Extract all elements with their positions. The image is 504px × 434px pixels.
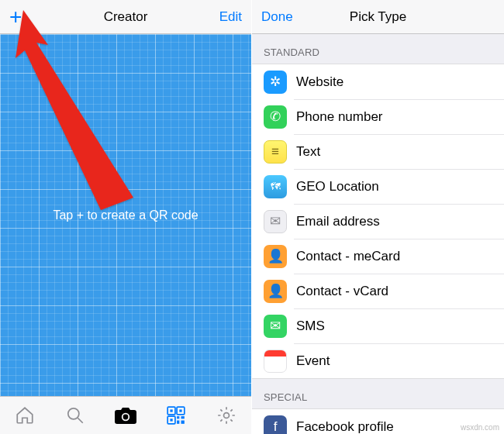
type-list[interactable]: STANDARD✲Website✆Phone number≡Text🗺GEO L… bbox=[252, 34, 504, 434]
section-header: STANDARD bbox=[252, 34, 504, 64]
section-header: SPECIAL bbox=[252, 379, 504, 408]
home-icon bbox=[15, 405, 35, 425]
type-row-event[interactable]: Event bbox=[252, 343, 504, 378]
right-navbar: Done Pick Type bbox=[252, 0, 504, 34]
type-row-mecard[interactable]: 👤Contact - meCard bbox=[252, 239, 504, 274]
svg-line-1 bbox=[78, 418, 83, 423]
type-row-label: Facebook profile bbox=[296, 419, 394, 435]
email-icon: ✉ bbox=[264, 210, 287, 233]
type-row-facebook[interactable]: fFacebook profile bbox=[252, 409, 504, 434]
tabbar bbox=[0, 396, 251, 434]
facebook-icon: f bbox=[264, 415, 287, 435]
type-row-vcard[interactable]: 👤Contact - vCard bbox=[252, 274, 504, 308]
gear-icon bbox=[216, 405, 236, 425]
svg-rect-10 bbox=[170, 418, 172, 421]
tab-home[interactable] bbox=[0, 397, 50, 434]
type-row-label: Phone number bbox=[296, 109, 383, 125]
type-row-label: GEO Location bbox=[296, 179, 379, 195]
type-row-text[interactable]: ≡Text bbox=[252, 134, 504, 169]
svg-point-0 bbox=[68, 408, 79, 419]
type-row-label: Event bbox=[296, 353, 330, 369]
qr-icon bbox=[166, 405, 186, 425]
type-row-label: Email address bbox=[296, 214, 380, 229]
edit-button[interactable]: Edit bbox=[219, 9, 242, 25]
empty-hint: Tap + to create a QR code bbox=[53, 208, 198, 222]
text-icon: ≡ bbox=[264, 140, 287, 164]
svg-rect-12 bbox=[181, 416, 184, 418]
website-icon: ✲ bbox=[264, 71, 287, 94]
tab-creator[interactable] bbox=[150, 397, 201, 434]
type-row-label: SMS bbox=[296, 319, 325, 334]
svg-rect-6 bbox=[170, 409, 172, 412]
tab-scan[interactable] bbox=[101, 397, 151, 434]
svg-rect-8 bbox=[179, 409, 181, 412]
svg-rect-13 bbox=[177, 421, 179, 424]
svg-point-4 bbox=[123, 415, 129, 420]
type-row-sms[interactable]: ✉SMS bbox=[252, 308, 504, 343]
type-row-label: Website bbox=[296, 74, 343, 90]
tab-settings[interactable] bbox=[201, 397, 251, 434]
vcard-icon: 👤 bbox=[264, 280, 287, 303]
creator-empty-canvas: Tap + to create a QR code bbox=[0, 34, 251, 396]
type-row-label: Contact - vCard bbox=[296, 284, 388, 299]
search-icon bbox=[65, 405, 85, 425]
svg-rect-14 bbox=[181, 421, 184, 424]
add-button[interactable]: + bbox=[9, 9, 22, 25]
svg-point-15 bbox=[223, 413, 229, 418]
type-row-label: Text bbox=[296, 144, 320, 160]
mecard-icon: 👤 bbox=[264, 245, 287, 268]
left-nav-title: Creator bbox=[0, 9, 251, 25]
phone-icon: ✆ bbox=[264, 105, 287, 129]
creator-screen: + Creator Edit Tap + to create a QR code bbox=[0, 0, 252, 434]
type-row-phone[interactable]: ✆Phone number bbox=[252, 99, 504, 134]
geo-icon: 🗺 bbox=[264, 175, 287, 198]
event-icon bbox=[264, 350, 287, 373]
type-row-geo[interactable]: 🗺GEO Location bbox=[252, 169, 504, 204]
type-row-email[interactable]: ✉Email address bbox=[252, 204, 504, 239]
pick-type-screen: Done Pick Type STANDARD✲Website✆Phone nu… bbox=[252, 0, 504, 434]
type-row-website[interactable]: ✲Website bbox=[252, 64, 504, 99]
camera-icon bbox=[114, 405, 137, 425]
tab-search[interactable] bbox=[50, 397, 101, 434]
sms-icon: ✉ bbox=[264, 315, 287, 338]
section-rows: fFacebook profile bbox=[252, 408, 504, 434]
section-rows: ✲Website✆Phone number≡Text🗺GEO Location✉… bbox=[252, 64, 504, 379]
type-row-label: Contact - meCard bbox=[296, 249, 400, 264]
left-navbar: + Creator Edit bbox=[0, 0, 251, 34]
done-button[interactable]: Done bbox=[261, 9, 293, 25]
svg-rect-11 bbox=[177, 416, 179, 418]
